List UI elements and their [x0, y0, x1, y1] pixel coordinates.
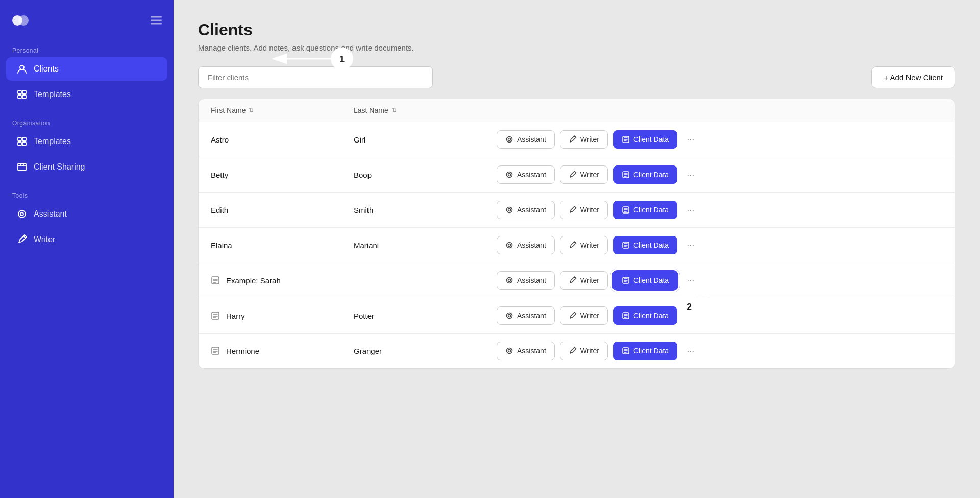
writer-button[interactable]: Writer: [560, 271, 608, 290]
table-row: Example: Sarah Assistant Writer Client D…: [199, 263, 955, 298]
cell-last-name: Potter: [354, 312, 497, 320]
logo-icon: [10, 10, 31, 31]
client-data-button[interactable]: Client Data: [613, 236, 677, 254]
svg-point-26: [507, 243, 512, 248]
sidebar: Personal Clients Templates Organisation: [0, 0, 174, 498]
svg-point-5: [20, 65, 24, 69]
cell-last-name: Mariani: [354, 241, 497, 250]
col-first-name[interactable]: First Name ⇅: [211, 106, 354, 114]
assistant-icon: [16, 208, 28, 220]
client-data-btn-icon: [622, 241, 630, 249]
writer-button[interactable]: Writer: [560, 201, 608, 219]
cell-first-name: Harry: [211, 311, 354, 321]
more-options-button[interactable]: ···: [682, 203, 698, 218]
svg-point-31: [508, 279, 511, 282]
writer-button[interactable]: Writer: [560, 236, 608, 254]
svg-rect-13: [22, 142, 26, 146]
writer-button[interactable]: Writer: [560, 306, 608, 325]
more-options-button[interactable]: ···: [682, 344, 698, 359]
cell-last-name: Granger: [354, 347, 497, 355]
client-data-button[interactable]: Client Data: [613, 201, 677, 219]
main-content: Clients Manage clients. Add notes, ask q…: [174, 0, 980, 498]
assistant-label: Assistant: [34, 209, 67, 219]
svg-rect-8: [18, 95, 21, 99]
personal-templates-icon: [16, 89, 28, 100]
assistant-button[interactable]: Assistant: [497, 165, 555, 184]
client-data-button[interactable]: Client Data: [613, 342, 677, 360]
table-row: Hermione Granger Assistant Writer Client…: [199, 334, 955, 368]
writer-button[interactable]: Writer: [560, 342, 608, 360]
page-title: Clients: [198, 20, 955, 39]
more-options-button[interactable]: ···: [682, 309, 698, 323]
writer-btn-icon: [569, 276, 577, 284]
assistant-button[interactable]: Assistant: [497, 271, 555, 290]
example-client-icon: [211, 311, 221, 321]
client-data-btn-icon: [622, 135, 630, 144]
writer-btn-icon: [569, 171, 577, 179]
assistant-btn-icon: [505, 276, 513, 284]
svg-rect-14: [18, 163, 26, 171]
svg-rect-12: [18, 142, 21, 146]
clients-table: First Name ⇅ Last Name ⇅ Astro Girl Assi…: [198, 99, 955, 369]
cell-actions: Assistant Writer Client Data ···: [497, 201, 943, 219]
more-options-button[interactable]: ···: [682, 168, 698, 182]
sidebar-item-assistant[interactable]: Assistant: [6, 202, 167, 226]
table-row: Edith Smith Assistant Writer Client Data…: [199, 193, 955, 228]
more-options-button[interactable]: ···: [682, 132, 698, 147]
assistant-btn-icon: [505, 312, 513, 320]
more-options-button[interactable]: ···: [682, 273, 698, 288]
writer-btn-icon: [569, 241, 577, 249]
sidebar-item-clients[interactable]: Clients: [6, 57, 167, 81]
sort-last-name-icon: ⇅: [391, 107, 397, 114]
assistant-button[interactable]: Assistant: [497, 130, 555, 149]
add-new-client-button[interactable]: + Add New Client: [871, 66, 955, 88]
sidebar-item-client-sharing[interactable]: Client Sharing: [6, 155, 167, 179]
client-data-button[interactable]: Client Data: [613, 165, 677, 184]
writer-btn-icon: [569, 206, 577, 214]
client-data-button[interactable]: Client Data: [613, 130, 677, 149]
example-client-icon: [211, 275, 221, 286]
svg-point-18: [508, 138, 511, 141]
writer-button[interactable]: Writer: [560, 165, 608, 184]
sidebar-item-writer[interactable]: Writer: [6, 228, 167, 251]
svg-point-35: [508, 315, 511, 317]
client-data-btn-icon: [622, 312, 630, 320]
svg-rect-29: [212, 277, 219, 284]
sidebar-item-personal-templates[interactable]: Templates: [6, 83, 167, 106]
svg-rect-11: [22, 137, 26, 141]
cell-first-name: Hermione: [211, 346, 354, 356]
cell-first-name: Betty: [211, 171, 354, 179]
cell-actions: Assistant Writer Client Data ···: [497, 306, 943, 325]
client-data-btn-icon: [622, 206, 630, 214]
table-row: Astro Girl Assistant Writer Client Data: [199, 122, 955, 157]
client-data-button[interactable]: Client Data: [613, 306, 677, 325]
client-sharing-label: Client Sharing: [34, 162, 85, 172]
svg-point-39: [508, 350, 511, 352]
svg-point-16: [20, 212, 23, 216]
assistant-button[interactable]: Assistant: [497, 236, 555, 254]
svg-rect-3: [151, 20, 162, 21]
col-actions: [497, 106, 943, 114]
client-sharing-icon: [16, 161, 28, 173]
assistant-button[interactable]: Assistant: [497, 201, 555, 219]
assistant-button[interactable]: Assistant: [497, 342, 555, 360]
cell-actions: Assistant Writer Client Data ···: [497, 165, 943, 184]
assistant-button[interactable]: Assistant: [497, 306, 555, 325]
svg-point-21: [508, 174, 511, 176]
sidebar-item-org-templates[interactable]: Templates: [6, 130, 167, 153]
personal-section-label: Personal: [0, 43, 174, 56]
svg-text:1: 1: [339, 54, 345, 64]
sidebar-toggle-button[interactable]: [149, 13, 163, 28]
svg-rect-10: [18, 137, 21, 141]
svg-point-17: [507, 137, 512, 143]
svg-point-20: [507, 172, 512, 178]
clients-icon: [16, 63, 28, 75]
sort-first-name-icon: ⇅: [249, 107, 254, 114]
writer-button[interactable]: Writer: [560, 130, 608, 149]
filter-input[interactable]: [198, 66, 433, 88]
svg-point-23: [507, 207, 512, 213]
more-options-button[interactable]: ···: [682, 238, 698, 253]
assistant-btn-icon: [505, 347, 513, 355]
col-last-name[interactable]: Last Name ⇅: [354, 106, 497, 114]
client-data-button-highlighted[interactable]: Client Data: [613, 271, 677, 290]
